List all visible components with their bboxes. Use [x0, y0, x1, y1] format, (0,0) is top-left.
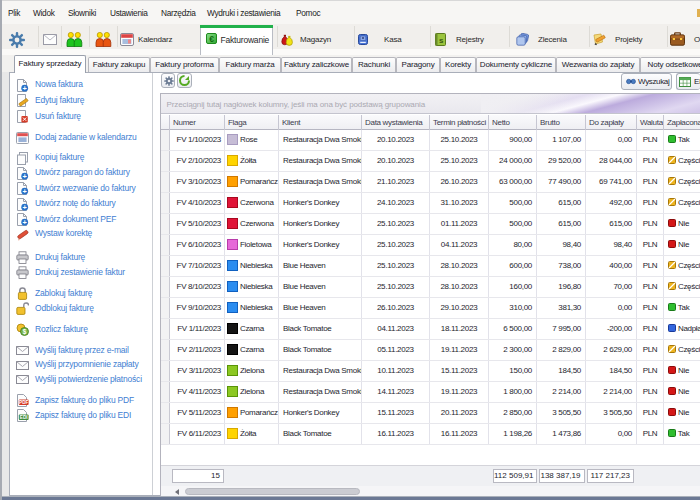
svg-text:$: $ [23, 328, 27, 336]
svg-text:PDF: PDF [19, 400, 28, 405]
svg-text:+: + [23, 83, 28, 91]
svg-text:+: + [23, 202, 28, 210]
svg-text:s: s [438, 36, 443, 45]
svg-text:+: + [23, 218, 28, 226]
svg-text:+: + [23, 171, 28, 179]
svg-text:€: € [209, 34, 214, 44]
svg-text:+: + [23, 187, 28, 195]
svg-text:EDI: EDI [20, 415, 28, 420]
